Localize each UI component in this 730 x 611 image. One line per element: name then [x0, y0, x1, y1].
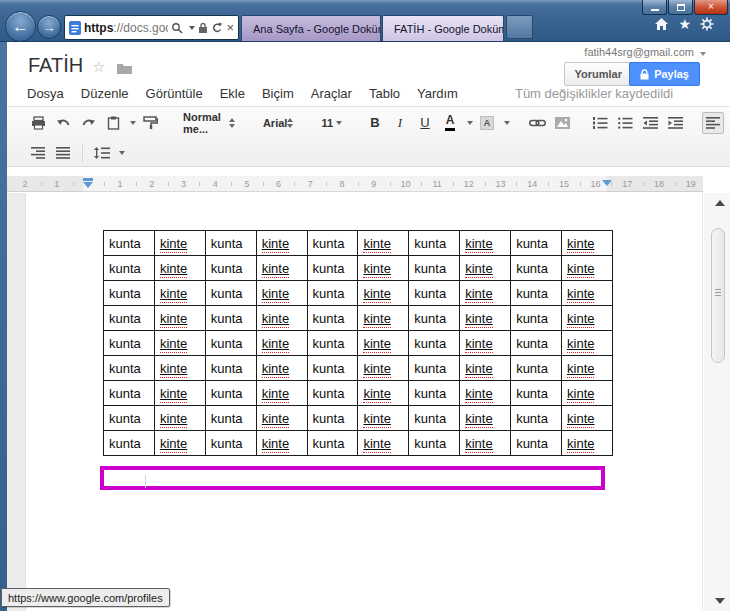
table-cell[interactable]: kinte: [562, 306, 613, 331]
table-cell[interactable]: kinte: [460, 231, 511, 256]
bold-button[interactable]: B: [364, 112, 386, 134]
table-cell[interactable]: kinte: [460, 406, 511, 431]
undo-button[interactable]: [52, 112, 74, 134]
paint-format-button[interactable]: [139, 112, 161, 134]
table-cell[interactable]: kinte: [256, 281, 307, 306]
table-cell[interactable]: kinte: [256, 431, 307, 456]
table-cell[interactable]: kunta: [205, 331, 256, 356]
align-left-button[interactable]: [702, 112, 724, 134]
table-cell[interactable]: kinte: [562, 231, 613, 256]
underline-button[interactable]: U: [414, 112, 436, 134]
stop-icon[interactable]: ×: [226, 20, 234, 35]
table-cell[interactable]: kinte: [154, 281, 205, 306]
table-cell[interactable]: kunta: [511, 231, 562, 256]
table-cell[interactable]: kunta: [511, 281, 562, 306]
table-cell[interactable]: kinte: [256, 381, 307, 406]
table-cell[interactable]: kinte: [460, 331, 511, 356]
table-cell[interactable]: kinte: [562, 281, 613, 306]
table-cell[interactable]: kunta: [511, 381, 562, 406]
table-cell[interactable]: kunta: [307, 231, 358, 256]
table-cell[interactable]: kinte: [358, 331, 409, 356]
tab-fatih[interactable]: FATİH - Google Dokümanlar ×: [382, 15, 504, 41]
star-document-icon[interactable]: ☆: [92, 58, 105, 76]
font-dropdown[interactable]: Arial: [257, 117, 299, 129]
table-cell[interactable]: kunta: [205, 231, 256, 256]
print-button[interactable]: [27, 112, 49, 134]
table-cell[interactable]: kunta: [409, 381, 460, 406]
table-cell[interactable]: kinte: [562, 356, 613, 381]
menu-yardım[interactable]: Yardım: [415, 84, 460, 103]
folder-icon[interactable]: [117, 62, 132, 74]
insert-image-button[interactable]: [551, 112, 573, 134]
table-cell[interactable]: kinte: [358, 281, 409, 306]
table-cell[interactable]: kunta: [511, 306, 562, 331]
menu-dosya[interactable]: Dosya: [25, 84, 66, 103]
table-cell[interactable]: kinte: [154, 256, 205, 281]
table-cell[interactable]: kunta: [104, 331, 155, 356]
table-cell[interactable]: kinte: [358, 256, 409, 281]
table-cell[interactable]: kinte: [154, 306, 205, 331]
table-cell[interactable]: kunta: [307, 256, 358, 281]
menu-tablo[interactable]: Tablo: [367, 84, 402, 103]
table-cell[interactable]: kunta: [104, 256, 155, 281]
favorites-star-icon[interactable]: ★: [678, 17, 691, 31]
numbered-list-button[interactable]: [589, 112, 611, 134]
table-cell[interactable]: kinte: [256, 306, 307, 331]
menu-biçim[interactable]: Biçim: [260, 84, 296, 103]
increase-indent-button[interactable]: [664, 112, 686, 134]
decrease-indent-button[interactable]: [639, 112, 661, 134]
table-cell[interactable]: kinte: [358, 381, 409, 406]
bulleted-list-button[interactable]: [614, 112, 636, 134]
table-cell[interactable]: kinte: [460, 306, 511, 331]
align-right-button[interactable]: [27, 142, 49, 164]
line-spacing-caret-icon[interactable]: [119, 151, 125, 155]
table-cell[interactable]: kunta: [307, 306, 358, 331]
table-cell[interactable]: kunta: [409, 431, 460, 456]
scrollbar-thumb[interactable]: [711, 228, 725, 363]
table-cell[interactable]: kunta: [511, 331, 562, 356]
justify-button[interactable]: [52, 142, 74, 164]
insert-link-button[interactable]: [526, 112, 548, 134]
table-cell[interactable]: kunta: [104, 306, 155, 331]
table-cell[interactable]: kinte: [562, 381, 613, 406]
document-title[interactable]: FATİH: [28, 54, 83, 77]
text-color-button[interactable]: A: [439, 112, 461, 134]
close-button[interactable]: ×: [694, 0, 728, 15]
table-cell[interactable]: kinte: [460, 281, 511, 306]
forward-button[interactable]: →: [37, 15, 61, 39]
indent-marker-bar[interactable]: [83, 178, 93, 181]
table-cell[interactable]: kunta: [205, 431, 256, 456]
table-cell[interactable]: kinte: [358, 356, 409, 381]
highlight-color-button[interactable]: A: [476, 112, 498, 134]
table-cell[interactable]: kinte: [460, 431, 511, 456]
table-cell[interactable]: kunta: [104, 231, 155, 256]
table-cell[interactable]: kunta: [205, 381, 256, 406]
share-button[interactable]: Paylaş: [629, 62, 700, 86]
table-cell[interactable]: kinte: [460, 356, 511, 381]
table-cell[interactable]: kunta: [511, 256, 562, 281]
clipboard-dropdown-icon[interactable]: [130, 121, 136, 125]
table-cell[interactable]: kunta: [307, 431, 358, 456]
table-cell[interactable]: kunta: [104, 381, 155, 406]
table-cell[interactable]: kunta: [205, 356, 256, 381]
tab-ana-sayfa[interactable]: Ana Sayfa - Google Dokümanlar: [241, 15, 381, 41]
table-cell[interactable]: kinte: [460, 256, 511, 281]
redo-button[interactable]: [77, 112, 99, 134]
table-cell[interactable]: kunta: [205, 406, 256, 431]
menu-araçlar[interactable]: Araçlar: [309, 84, 354, 103]
table-cell[interactable]: kunta: [307, 356, 358, 381]
table-cell[interactable]: kunta: [409, 356, 460, 381]
settings-gear-icon[interactable]: [700, 17, 714, 31]
table-cell[interactable]: kinte: [154, 331, 205, 356]
address-bar[interactable]: https://docs.goo... ×: [64, 15, 239, 40]
table-cell[interactable]: kinte: [154, 381, 205, 406]
left-indent-marker[interactable]: [83, 182, 93, 188]
table-cell[interactable]: kunta: [205, 281, 256, 306]
home-icon[interactable]: [654, 17, 669, 31]
table-cell[interactable]: kunta: [511, 356, 562, 381]
menu-ekle[interactable]: Ekle: [218, 84, 247, 103]
table-cell[interactable]: kunta: [104, 431, 155, 456]
table-cell[interactable]: kunta: [205, 256, 256, 281]
table-selection-box[interactable]: [100, 466, 605, 490]
table-cell[interactable]: kinte: [562, 331, 613, 356]
